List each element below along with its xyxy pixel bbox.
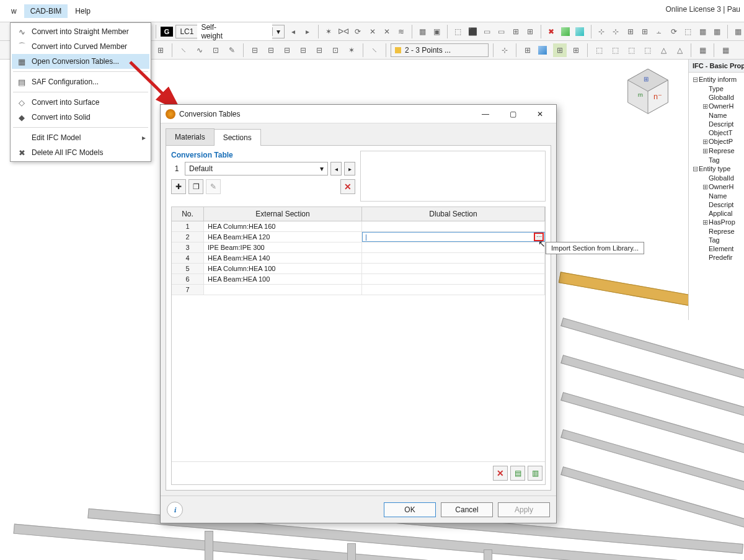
tree-expander-icon[interactable]: ⊟ xyxy=(691,165,699,173)
dlubal-section-cell[interactable] xyxy=(362,242,545,252)
external-section-cell[interactable]: IPE Beam:IPE 300 xyxy=(204,242,362,252)
toolbar-icon[interactable]: ✕ xyxy=(381,25,392,38)
toolbar-icon[interactable]: ∿ xyxy=(193,43,206,57)
new-table-button[interactable]: ✚ xyxy=(171,179,186,194)
ifc-tree-node[interactable]: Represe xyxy=(690,227,743,236)
table-row[interactable]: 6HEA Beam:HEA 100 xyxy=(172,274,545,285)
menu-help[interactable]: Help xyxy=(69,4,97,18)
dlubal-section-cell[interactable] xyxy=(362,274,545,284)
toolbar-icon[interactable]: ⬚ xyxy=(640,43,654,57)
help-button[interactable]: 𝑖 xyxy=(167,502,183,518)
conversion-table-selector[interactable]: Default ▾ xyxy=(185,162,328,176)
ifc-tree-node[interactable]: Element xyxy=(690,244,743,253)
table-row[interactable]: 5HEA Column:HEA 100 xyxy=(172,264,545,274)
toolbar-icon[interactable]: ⊹ xyxy=(595,25,607,38)
toolbar-icon[interactable]: ▦ xyxy=(696,25,708,38)
toolbar-icon[interactable]: ⊞ xyxy=(521,43,534,57)
clear-row-button[interactable]: ✕ xyxy=(493,466,508,481)
col-header-no[interactable]: No. xyxy=(172,207,204,221)
ifc-tree-node[interactable]: ⊟Entity type xyxy=(690,164,743,174)
ok-button[interactable]: OK xyxy=(384,502,436,517)
external-section-cell[interactable]: HEA Column:HEA 160 xyxy=(204,221,362,231)
points-selector[interactable]: 2 - 3 Points ... xyxy=(391,43,489,57)
dlubal-section-cell[interactable] xyxy=(362,221,545,231)
copy-table-button[interactable]: ❐ xyxy=(188,179,203,194)
close-button[interactable]: ✕ xyxy=(526,105,554,123)
toolbar-icon[interactable]: ▭ xyxy=(495,25,507,38)
external-section-cell[interactable] xyxy=(204,285,362,295)
ifc-tree-node[interactable]: Type xyxy=(690,84,743,93)
toolbar-icon[interactable]: ⊟ xyxy=(296,43,310,57)
toolbar-icon[interactable]: ᐅᐊ xyxy=(337,25,350,38)
export-button[interactable]: ▤ xyxy=(510,466,525,481)
toolbar-icon[interactable] xyxy=(574,25,586,38)
ifc-tree-node[interactable]: Predefir xyxy=(690,253,743,262)
toolbar-icon[interactable]: ⊡ xyxy=(329,43,342,57)
toolbar-icon[interactable] xyxy=(537,43,551,57)
table-row[interactable]: 7 xyxy=(172,285,545,295)
toolbar-icon[interactable]: ⊞ xyxy=(510,25,521,38)
dialog-titlebar[interactable]: Conversion Tables — ▢ ✕ xyxy=(161,105,556,123)
ifc-tree-node[interactable]: ⊟Entity inform xyxy=(690,75,743,84)
menu-item[interactable]: ⌒Convert into Curved Member xyxy=(12,39,149,54)
tree-expander-icon[interactable]: ⊞ xyxy=(701,138,709,146)
next-loadcase-button[interactable]: ▸ xyxy=(301,25,313,38)
toolbar-icon[interactable]: ⬚ xyxy=(624,43,638,57)
toolbar-icon[interactable]: ⬛ xyxy=(467,25,479,38)
toolbar-icon[interactable]: ✶ xyxy=(345,43,358,57)
toolbar-icon[interactable]: ▦ xyxy=(719,43,732,57)
external-section-cell[interactable]: HEA Beam:HEA 100 xyxy=(204,274,362,284)
toolbar-icon[interactable]: ⊹ xyxy=(498,43,512,57)
ifc-tree-node[interactable]: Tag xyxy=(690,236,743,244)
toolbar-icon[interactable]: △ xyxy=(657,43,670,57)
tree-expander-icon[interactable]: ⊟ xyxy=(691,76,699,84)
toolbar-icon[interactable]: ⫠ xyxy=(653,25,665,38)
table-row[interactable]: 3IPE Beam:IPE 300 xyxy=(172,242,545,253)
cancel-button[interactable]: Cancel xyxy=(441,502,493,517)
tree-expander-icon[interactable]: ⊞ xyxy=(701,218,709,226)
delete-table-button[interactable]: ✕ xyxy=(340,179,355,194)
ifc-tree-node[interactable]: ObjectT xyxy=(690,128,743,137)
toolbar-icon[interactable]: ⊟ xyxy=(264,43,278,57)
minimize-button[interactable]: — xyxy=(472,105,499,123)
toolbar-icon[interactable]: ⬚ xyxy=(592,43,606,57)
table-row[interactable]: 4HEA Beam:HEA 140 xyxy=(172,253,545,264)
ifc-tree-node[interactable]: ⊞OwnerH xyxy=(690,102,743,111)
toolbar-icon[interactable]: ⬚ xyxy=(452,25,464,38)
toolbar-icon[interactable]: ▦ xyxy=(696,43,709,57)
dlubal-section-cell[interactable] xyxy=(362,285,545,295)
toolbar-icon[interactable] xyxy=(560,25,572,38)
external-section-cell[interactable]: HEA Beam:HEA 120 xyxy=(204,232,362,242)
prev-loadcase-button[interactable]: ◂ xyxy=(287,25,299,38)
toolbar-icon[interactable]: ⊞ xyxy=(154,43,167,57)
navigation-cube[interactable]: m n⁻ ⊞ xyxy=(620,64,676,120)
toolbar-icon[interactable]: ✖ xyxy=(546,25,557,38)
tab-materials[interactable]: Materials xyxy=(166,128,215,145)
toolbar-icon[interactable]: ⊡ xyxy=(209,43,223,57)
toolbar-icon[interactable]: ⊞ xyxy=(525,25,536,38)
edit-table-button[interactable]: ✎ xyxy=(206,179,221,194)
tree-expander-icon[interactable]: ⊞ xyxy=(701,102,709,110)
ifc-tree-node[interactable]: GlobalId xyxy=(690,174,743,182)
ifc-tree-node[interactable]: GlobalId xyxy=(690,93,743,102)
col-header-external[interactable]: External Section xyxy=(204,207,362,221)
ifc-tree-node[interactable]: Name xyxy=(690,111,743,120)
toolbar-icon[interactable]: ✎ xyxy=(225,43,239,57)
ifc-tree-node[interactable]: Name xyxy=(690,192,743,200)
table-row[interactable]: 2HEA Beam:HEA 120⋯↖| xyxy=(172,232,545,242)
toolbar-icon[interactable]: ⟍ xyxy=(368,43,381,57)
tree-expander-icon[interactable]: ⊞ xyxy=(701,183,709,191)
menu-item[interactable]: ✖Delete All IFC Models xyxy=(12,145,149,160)
ifc-tree-node[interactable]: ⊞OwnerH xyxy=(690,182,743,192)
external-section-cell[interactable]: HEA Column:HEA 100 xyxy=(204,264,362,273)
toolbar-icon[interactable]: ⬚ xyxy=(608,43,622,57)
menu-cad-bim[interactable]: CAD-BIM xyxy=(24,4,68,18)
toolbar-icon[interactable]: ▦ xyxy=(711,25,723,38)
dlubal-section-cell[interactable] xyxy=(362,264,545,273)
toolbar-icon[interactable]: ⟍ xyxy=(177,43,190,57)
toolbar-icon[interactable]: ▦ xyxy=(732,25,744,38)
loadcase-selector[interactable]: LC1 Self-weight ▾ xyxy=(175,25,285,38)
toolbar-icon[interactable]: ⊞ xyxy=(624,25,636,38)
ifc-tree-node[interactable]: Descript xyxy=(690,200,743,209)
table-row[interactable]: 1HEA Column:HEA 160 xyxy=(172,221,545,232)
